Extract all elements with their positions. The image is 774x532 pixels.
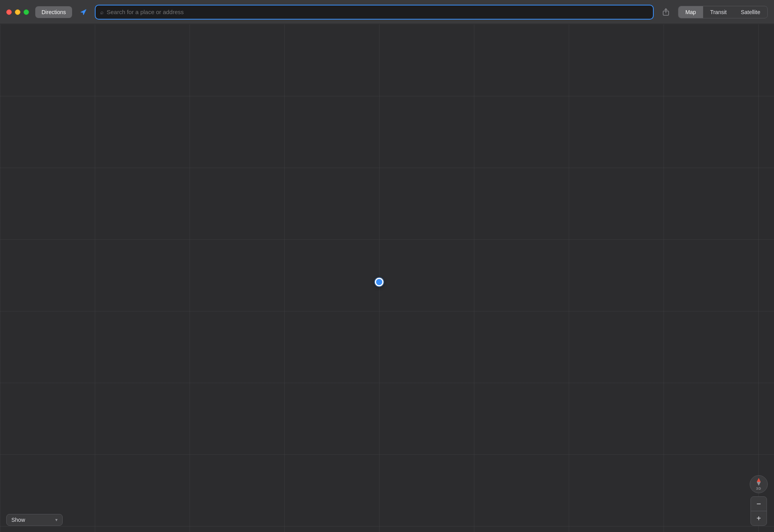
current-location-dot xyxy=(375,278,383,286)
transit-view-button[interactable]: Transit xyxy=(703,6,734,18)
traffic-lights xyxy=(6,9,29,15)
satellite-view-button[interactable]: Satellite xyxy=(734,6,767,18)
zoom-in-button[interactable]: + xyxy=(751,511,767,525)
compass-south-arrow xyxy=(757,482,761,486)
show-select[interactable]: Show Traffic Points of Interest Satellit… xyxy=(11,517,53,523)
maximize-button[interactable] xyxy=(24,9,29,15)
current-location-button[interactable] xyxy=(77,5,90,19)
compass-inner: 3D xyxy=(756,478,761,490)
right-controls: 3D − + xyxy=(750,475,768,526)
location-dot-inner xyxy=(375,278,383,286)
compass-north-arrow xyxy=(757,478,761,482)
zoom-controls: − + xyxy=(750,496,767,526)
chevron-down-icon: ▾ xyxy=(55,517,58,523)
map-area[interactable]: Show Traffic Points of Interest Satellit… xyxy=(0,24,774,532)
bottom-bar: Show Traffic Points of Interest Satellit… xyxy=(0,508,774,532)
view-toggle: Map Transit Satellite xyxy=(678,6,768,18)
search-input[interactable] xyxy=(107,9,648,15)
minimize-button[interactable] xyxy=(15,9,20,15)
compass-button[interactable]: 3D xyxy=(750,475,768,493)
search-bar: ⌕ xyxy=(95,5,653,20)
map-view-button[interactable]: Map xyxy=(678,6,703,18)
close-button[interactable] xyxy=(6,9,12,15)
zoom-out-button[interactable]: − xyxy=(751,497,767,511)
share-icon xyxy=(662,8,670,16)
three-d-label: 3D xyxy=(756,487,761,490)
show-dropdown-container[interactable]: Show Traffic Points of Interest Satellit… xyxy=(6,514,63,526)
location-arrow-icon xyxy=(80,9,87,16)
map-grid xyxy=(0,24,774,532)
share-button[interactable] xyxy=(658,5,673,20)
search-icon: ⌕ xyxy=(100,9,103,15)
directions-button[interactable]: Directions xyxy=(35,6,72,18)
titlebar: Directions ⌕ Map Transit Satellite xyxy=(0,0,774,24)
